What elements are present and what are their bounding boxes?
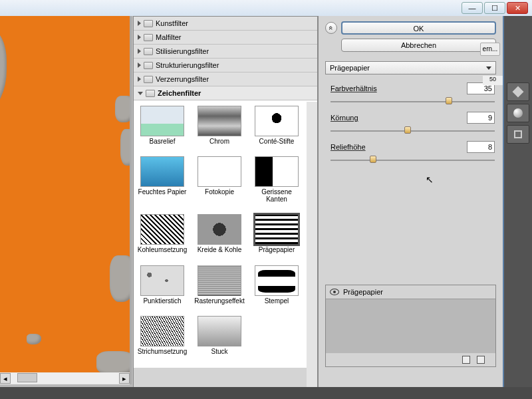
category-label: Strukturierungsfilter <box>156 61 219 69</box>
folder-icon <box>144 20 153 27</box>
filter-thumbnail <box>140 316 184 346</box>
param-value-input[interactable]: 9 <box>467 112 495 124</box>
filter-selector-label: Prägepapier <box>330 64 370 72</box>
ok-button[interactable]: OK <box>341 21 496 35</box>
filter-rasterungseffekt[interactable]: Rasterungseffekt <box>194 265 245 312</box>
minimize-button[interactable]: — <box>462 2 483 14</box>
slider-knob[interactable] <box>446 97 452 104</box>
filter-stempel[interactable]: Stempel <box>251 265 303 312</box>
filter-strichumsetzung[interactable]: Strichumsetzung <box>136 316 188 362</box>
filter-thumbnail <box>140 106 184 136</box>
param-slider[interactable] <box>331 126 495 136</box>
filter-selector-dropdown[interactable]: Prägepapier <box>325 61 496 74</box>
preview-hscrollbar[interactable]: ◂ ▸ <box>0 372 130 384</box>
category-label: Zeichenfilter <box>158 89 201 97</box>
filter-punktierstich[interactable]: Punktierstich <box>136 265 188 312</box>
filter-label: Strichumsetzung <box>138 348 187 355</box>
tool-sphere-icon[interactable] <box>507 104 529 122</box>
filter-thumbnail <box>198 265 241 296</box>
window-titlebar: — ☐ ✕ <box>0 0 532 16</box>
effect-layer-row[interactable]: Prägepapier <box>326 285 495 299</box>
category-label: Malfilter <box>156 33 182 41</box>
close-button[interactable]: ✕ <box>507 2 528 14</box>
preview-image <box>0 16 130 375</box>
param-slider[interactable] <box>331 156 495 165</box>
effect-layer-name: Prägepapier <box>343 288 383 296</box>
filter-thumbnail <box>198 214 241 245</box>
category-verzerrungsfilter[interactable]: Verzerrungsfilter <box>134 72 317 86</box>
category-label: Verzerrungsfilter <box>156 75 209 83</box>
filter-label: Chrom <box>209 138 229 145</box>
param-reliefhöhe: Reliefhöhe 8 <box>319 137 503 166</box>
filter-thumbnail <box>255 106 299 136</box>
filter-label: Fotokopie <box>205 188 234 196</box>
visibility-eye-icon[interactable] <box>330 289 339 295</box>
disclosure-triangle-icon <box>138 76 141 82</box>
category-stilisierungsfilter[interactable]: Stilisierungsfilter <box>134 45 317 59</box>
filter-thumbnail <box>140 156 184 187</box>
filter-thumbnail <box>198 156 241 187</box>
filter-stuck[interactable]: Stuck <box>194 316 245 362</box>
folder-icon <box>144 62 153 69</box>
filter-thumbnail <box>198 106 241 136</box>
filter-thumbnail <box>140 265 184 296</box>
maximize-button[interactable]: ☐ <box>484 2 505 14</box>
param-value-input[interactable]: 8 <box>467 141 495 153</box>
slider-knob[interactable] <box>404 126 411 134</box>
filter-thumbnail <box>255 214 299 245</box>
tool-layers-icon[interactable] <box>507 82 529 101</box>
ern-button[interactable]: ern... <box>480 43 500 56</box>
filter-gerissene-kanten[interactable]: Gerissene Kanten <box>251 156 303 210</box>
filter-label: Basrelief <box>150 138 176 145</box>
param-körnung: Körnung 9 <box>319 108 503 137</box>
status-bar <box>0 387 532 399</box>
filter-cont-stifte[interactable]: Conté-Stifte <box>251 106 303 152</box>
scroll-right-icon[interactable]: ▸ <box>119 373 130 384</box>
preview-pane: ◂ ▸ <box>0 16 132 384</box>
category-kunstfilter[interactable]: Kunstfilter <box>134 17 317 31</box>
filter-feuchtes-papier[interactable]: Feuchtes Papier <box>136 156 188 210</box>
param-slider[interactable] <box>331 97 495 106</box>
gallery-vscrollbar[interactable] <box>307 102 317 398</box>
cancel-button[interactable]: Abbrechen <box>341 39 496 52</box>
category-label: Kunstfilter <box>156 19 188 27</box>
filter-label: Conté-Stifte <box>259 138 295 145</box>
filter-label: Gerissene Kanten <box>251 188 303 203</box>
filter-chrom[interactable]: Chrom <box>194 106 245 152</box>
category-malfilter[interactable]: Malfilter <box>134 31 317 45</box>
filter-thumbnails-grid: Basrelief Chrom Conté-Stifte Feuchtes Pa… <box>134 100 317 368</box>
category-strukturierungsfilter[interactable]: Strukturierungsfilter <box>134 59 317 72</box>
new-effect-layer-icon[interactable] <box>462 356 470 364</box>
filter-label: Kohleumsetzung <box>138 246 188 253</box>
param-label: Körnung <box>331 114 358 122</box>
slider-knob[interactable] <box>370 156 376 163</box>
param-label: Reliefhöhe <box>331 143 366 151</box>
tool-crop-icon[interactable] <box>507 125 529 144</box>
category-label: Stilisierungsfilter <box>156 47 209 55</box>
filter-thumbnail <box>255 265 299 296</box>
category-zeichenfilter[interactable]: Zeichenfilter <box>134 86 317 100</box>
scroll-thumb[interactable] <box>17 373 37 382</box>
folder-icon <box>144 48 153 55</box>
filter-kohleumsetzung[interactable]: Kohleumsetzung <box>136 214 188 261</box>
delete-effect-layer-icon[interactable] <box>477 356 485 364</box>
filter-label: Stuck <box>211 348 227 355</box>
folder-icon <box>144 76 153 83</box>
ruler-mark: 50 <box>483 76 503 85</box>
disclosure-triangle-icon <box>138 35 141 40</box>
scroll-left-icon[interactable]: ◂ <box>0 373 11 384</box>
collapse-button[interactable]: « <box>325 22 337 34</box>
filter-label: Rasterungseffekt <box>194 297 244 305</box>
filter-kreide-kohle[interactable]: Kreide & Kohle <box>194 214 245 261</box>
filter-pr-gepapier[interactable]: Prägepapier <box>251 214 303 261</box>
filter-basrelief[interactable]: Basrelief <box>136 106 188 152</box>
filter-settings-panel: « OK Abbrechen Prägepapier Farbverhältni… <box>318 16 504 399</box>
folder-icon <box>146 90 155 97</box>
tools-sidebar <box>504 16 532 399</box>
filter-label: Punktierstich <box>143 297 181 305</box>
filter-thumbnail <box>198 316 241 346</box>
filter-fotokopie[interactable]: Fotokopie <box>194 156 245 210</box>
folder-icon <box>144 34 153 41</box>
filter-thumbnail <box>140 214 184 245</box>
disclosure-triangle-icon <box>138 49 141 54</box>
